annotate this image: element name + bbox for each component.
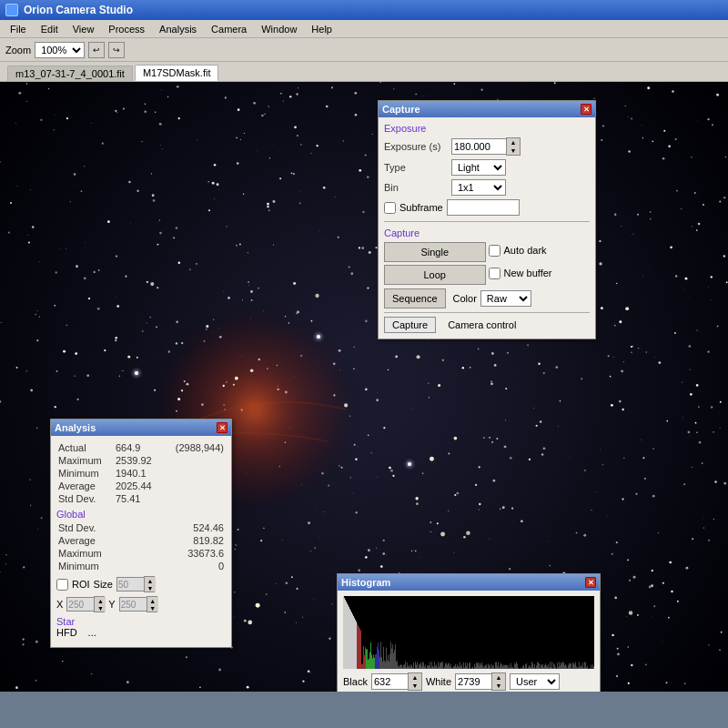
new-buffer-checkbox[interactable]	[489, 268, 500, 279]
type-label: Type	[384, 162, 448, 173]
table-row: Minimum 1940.1	[56, 467, 226, 480]
star-label: Star	[56, 616, 226, 627]
global-section-label: Global	[56, 509, 226, 520]
actual-value: 664.9	[114, 441, 162, 454]
analysis-panel-content: Actual 664.9 (2988,944) Maximum 2539.92 …	[51, 436, 231, 647]
analysis-panel-title: Analysis	[55, 422, 96, 433]
exposure-down-btn[interactable]: ▼	[507, 147, 520, 155]
menu-process[interactable]: Process	[102, 22, 151, 36]
table-row: Maximum 2539.92	[56, 454, 226, 467]
capture-tab-capture[interactable]: Capture	[384, 317, 436, 333]
zoom-select[interactable]: 100% 50% 150% 200%	[35, 42, 85, 58]
bin-select[interactable]: 1x1 2x2 3x3 4x4	[451, 179, 506, 196]
white-label: White	[426, 676, 451, 687]
minimum-value: 1940.1	[114, 467, 162, 480]
analysis-table: Actual 664.9 (2988,944) Maximum 2539.92 …	[56, 441, 226, 505]
x-input[interactable]	[66, 597, 94, 612]
x-label: X	[56, 599, 63, 610]
hfd-value: ...	[88, 627, 96, 638]
global-stddev-value: 524.46	[148, 521, 226, 534]
average-label: Average	[56, 480, 114, 492]
global-analysis-table: Std Dev. 524.46 Average 819.82 Maximum 3…	[56, 521, 226, 572]
menu-analysis[interactable]: Analysis	[153, 22, 203, 36]
stddev-label: Std Dev.	[56, 492, 114, 505]
table-row: Std Dev. 75.41	[56, 492, 226, 505]
y-input[interactable]	[119, 597, 147, 612]
white-spinbox-btns: ▲ ▼	[491, 672, 506, 691]
color-select[interactable]: Raw RGB LRGB	[480, 290, 531, 307]
auto-dark-row: Auto dark	[489, 242, 591, 258]
menu-file[interactable]: File	[4, 22, 33, 36]
white-down-btn[interactable]: ▼	[492, 682, 505, 690]
redo-button[interactable]: ↪	[108, 42, 125, 58]
exposure-input[interactable]	[451, 138, 506, 155]
histogram-panel-close[interactable]: ✕	[585, 577, 596, 588]
menu-view[interactable]: View	[66, 22, 101, 36]
menu-help[interactable]: Help	[305, 22, 339, 36]
histogram-mode-select[interactable]: User Auto Full	[510, 673, 560, 690]
x-up-btn[interactable]: ▲	[95, 597, 106, 604]
auto-dark-checkbox[interactable]	[489, 245, 500, 257]
menu-window[interactable]: Window	[255, 22, 303, 36]
subframe-input[interactable]	[447, 199, 520, 216]
white-spinbox: ▲ ▼	[455, 672, 506, 691]
star-section: Star HFD ...	[56, 616, 226, 638]
sequence-color-row: Sequence Color Raw RGB LRGB	[384, 288, 590, 308]
app-title: Orion Camera Studio	[24, 4, 133, 16]
type-row: Type Light Dark Flat Bias	[384, 159, 590, 176]
histogram-footer: Black ▲ ▼ White ▲ ▼ Use	[343, 672, 594, 691]
table-row: Minimum 0	[56, 560, 226, 572]
histogram-panel: Histogram ✕ Black ▲ ▼ White	[337, 573, 601, 692]
histogram-panel-titlebar[interactable]: Histogram ✕	[338, 574, 600, 591]
capture-tab-camera[interactable]: Camera control	[440, 317, 524, 333]
table-row: Average 2025.44	[56, 480, 226, 492]
subframe-checkbox[interactable]	[384, 202, 396, 214]
menu-edit[interactable]: Edit	[35, 22, 65, 36]
bin-label: Bin	[384, 182, 448, 193]
capture-section-label: Capture	[384, 228, 590, 238]
global-min-label: Minimum	[56, 560, 148, 572]
maximum-label: Maximum	[56, 454, 114, 467]
histogram-canvas	[343, 596, 594, 669]
roi-checkbox[interactable]	[56, 579, 68, 591]
undo-button[interactable]: ↩	[88, 42, 105, 58]
histogram-panel-content: Black ▲ ▼ White ▲ ▼ Use	[338, 591, 600, 692]
global-stddev-label: Std Dev.	[56, 521, 148, 534]
bin-row: Bin 1x1 2x2 3x3 4x4	[384, 179, 590, 196]
tab-m17[interactable]: M17SDMask.fit	[135, 65, 219, 81]
black-down-btn[interactable]: ▼	[409, 682, 421, 690]
analysis-panel-titlebar[interactable]: Analysis ✕	[51, 420, 231, 436]
black-input[interactable]	[371, 673, 408, 690]
black-spinbox: ▲ ▼	[371, 672, 422, 691]
exposure-up-btn[interactable]: ▲	[507, 138, 520, 147]
tab-bar: m13_07-31-7_4_0001.fit M17SDMask.fit	[0, 62, 728, 82]
exposure-spinbox: ▲ ▼	[451, 137, 521, 156]
single-button[interactable]: Single	[384, 242, 486, 262]
white-up-btn[interactable]: ▲	[492, 673, 505, 682]
hfd-row: HFD ...	[56, 627, 226, 638]
size-down-btn[interactable]: ▼	[145, 584, 156, 592]
histogram-panel-title: Histogram	[341, 577, 390, 588]
type-select[interactable]: Light Dark Flat Bias	[451, 159, 506, 176]
new-buffer-label: New buffer	[504, 268, 552, 278]
color-label: Color	[453, 293, 477, 304]
capture-panel-titlebar[interactable]: Capture ✕	[379, 101, 595, 117]
table-row: Average 819.82	[56, 534, 226, 547]
toolbar: Zoom 100% 50% 150% 200% ↩ ↪	[0, 38, 728, 62]
tab-m13[interactable]: m13_07-31-7_4_0001.fit	[7, 66, 133, 81]
y-down-btn[interactable]: ▼	[147, 604, 158, 612]
size-up-btn[interactable]: ▲	[145, 577, 156, 584]
sequence-button[interactable]: Sequence	[384, 288, 446, 308]
size-input[interactable]	[116, 577, 144, 592]
exposure-row: Exposure (s) ▲ ▼	[384, 137, 590, 156]
analysis-panel-close[interactable]: ✕	[217, 422, 228, 433]
black-up-btn[interactable]: ▲	[409, 673, 421, 682]
x-down-btn[interactable]: ▼	[95, 604, 106, 612]
loop-button[interactable]: Loop	[384, 265, 486, 285]
menu-camera[interactable]: Camera	[205, 22, 253, 36]
maximum-value: 2539.92	[114, 454, 162, 467]
actual-coords: (2988,944)	[162, 441, 226, 454]
white-input[interactable]	[455, 673, 491, 690]
capture-panel-close[interactable]: ✕	[581, 104, 592, 115]
y-up-btn[interactable]: ▲	[147, 597, 158, 604]
